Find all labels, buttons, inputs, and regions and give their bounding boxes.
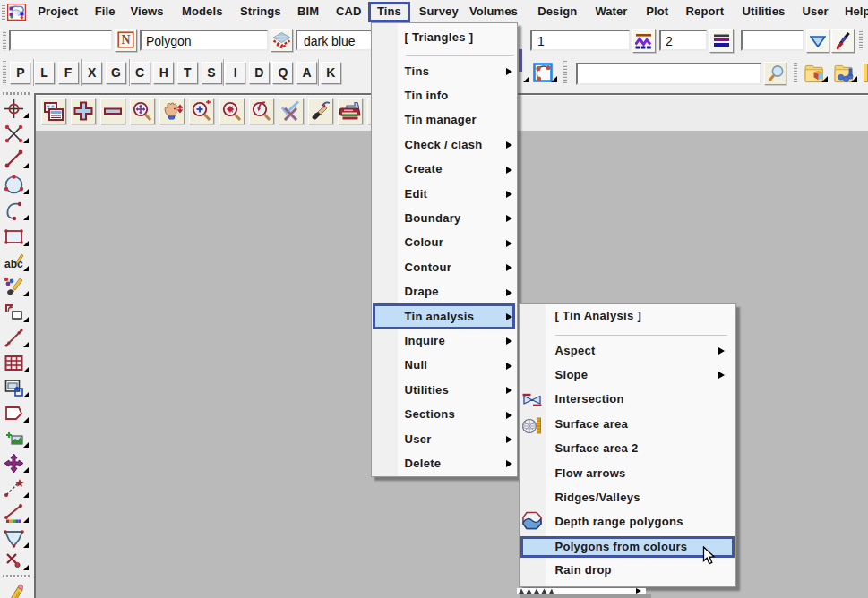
svg-text:N: N: [121, 33, 130, 47]
